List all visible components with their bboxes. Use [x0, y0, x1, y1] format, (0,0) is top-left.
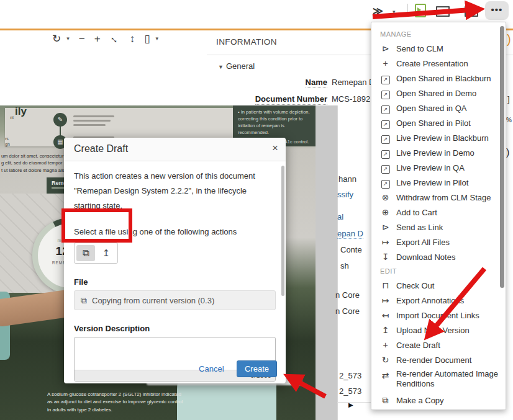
- information-title: INFORMATION: [216, 37, 277, 47]
- menu-item-label: Open Shared in Pilot: [396, 118, 471, 128]
- dialog-scrollbar[interactable]: [281, 166, 284, 296]
- preview-heading-fragment: ily: [15, 105, 27, 118]
- menu-item-re-render-document[interactable]: ↻Re-render Document: [371, 352, 506, 367]
- menu-item-open-shared-in-blackburn[interactable]: ↗Open Shared in Blackburn: [371, 71, 506, 86]
- zoom-in-icon[interactable]: +: [94, 34, 101, 44]
- external-link-icon: ↗: [380, 146, 391, 159]
- external-link-icon: ↗: [380, 72, 391, 84]
- menu-item-create-draft[interactable]: +Create Draft: [371, 337, 506, 352]
- external-link-icon: ↗: [380, 102, 391, 114]
- covered-text-fragment: al: [337, 212, 343, 221]
- menu-item-export-all-files[interactable]: ↦Export All Files: [371, 235, 506, 249]
- select-file-instruction: Select a file using one of the following…: [74, 227, 276, 236]
- upload-file-button[interactable]: ↥: [97, 245, 116, 261]
- field-value: MCS-1892: [332, 94, 370, 104]
- plus-icon: +: [380, 57, 391, 69]
- dialog-actions: Cancel Create: [64, 360, 286, 377]
- expand-icon[interactable]: ↔: [107, 31, 122, 46]
- external-link-icon: ↗: [380, 117, 391, 129]
- dialog-body: This action creates a new version of thi…: [64, 161, 286, 382]
- menu-item-label: Live Preview in Blackburn: [396, 133, 489, 143]
- rerender-auto-icon: ⇄: [380, 369, 391, 382]
- menu-item-upload-new-version[interactable]: ↥Upload New Version: [371, 323, 506, 337]
- lock-icon: ⊓: [380, 279, 391, 292]
- menu-item-open-shared-in-qa[interactable]: ↗Open Shared in QA: [371, 101, 506, 115]
- menu-item-live-preview-in-blackburn[interactable]: ↗Live Preview in Blackburn: [371, 130, 506, 145]
- workflow-caret-icon[interactable]: ▾: [393, 9, 396, 15]
- create-button[interactable]: Create: [237, 360, 277, 377]
- bookmark-icon[interactable]: [465, 6, 478, 17]
- export-file-icon: ↦: [380, 236, 391, 248]
- rotate-icon-caret[interactable]: ▾: [66, 36, 70, 42]
- menu-item-label: Send to CLM: [396, 44, 443, 53]
- menu-scrollbar[interactable]: [500, 26, 504, 288]
- menu-item-check-out[interactable]: ⊓Check Out: [371, 278, 506, 293]
- covered-text-fragment: ]: [507, 94, 510, 104]
- menu-item-label: Add to Cart: [396, 208, 437, 217]
- workflow-icon[interactable]: ≫: [373, 5, 383, 17]
- fit-height-icon[interactable]: ↕: [130, 34, 135, 44]
- menu-item-label: Create Presentation: [396, 59, 468, 68]
- menu-item-withdraw-from-clm-stage[interactable]: ⊗Withdraw from CLM Stage: [371, 190, 506, 205]
- more-actions-button[interactable]: •••: [485, 1, 509, 20]
- menu-item-label: Check Out: [396, 281, 434, 290]
- menu-section-manage: MANAGE: [371, 27, 506, 41]
- menu-item-export-annotations[interactable]: ↦Export Annotations: [371, 293, 506, 308]
- chevron-down-icon: ▼: [218, 64, 224, 70]
- menu-item-create-presentation[interactable]: +Create Presentation: [371, 56, 506, 71]
- clm-document-icon[interactable]: [415, 4, 426, 17]
- menu-item-open-shared-in-demo[interactable]: ↗Open Shared in Demo: [371, 86, 506, 101]
- timeline-label: nt: [10, 115, 14, 120]
- rotate-icon[interactable]: ↻: [52, 34, 61, 44]
- covered-text-fragment: ): [506, 147, 509, 158]
- send-icon: ⊳: [380, 221, 391, 233]
- menu-item-open-shared-in-pilot[interactable]: ↗Open Shared in Pilot: [371, 115, 506, 130]
- menu-item-label: Withdraw from CLM Stage: [396, 193, 491, 202]
- menu-item-label: Open Shared in Demo: [396, 89, 476, 98]
- covered-text-fragment: Conte: [340, 245, 362, 254]
- general-section-toggle[interactable]: ▼General: [218, 61, 255, 71]
- covered-text-fragment: %: [506, 117, 512, 123]
- external-link-icon: ↗: [380, 176, 391, 189]
- more-actions-menu: MANAGE⊳Send to CLM+Create Presentation↗O…: [371, 22, 506, 410]
- upload-icon: ↥: [380, 324, 391, 336]
- annotations-icon[interactable]: [436, 6, 450, 17]
- page-options-icon[interactable]: ▯: [144, 34, 150, 44]
- rerender-icon: ↻: [380, 354, 391, 366]
- menu-item-add-to-cart[interactable]: ⊕Add to Cart: [371, 205, 506, 220]
- covered-text-fragment: 2_573: [339, 386, 361, 396]
- copy-current-version-button[interactable]: ⧉: [76, 245, 95, 261]
- menu-item-live-preview-in-demo[interactable]: ↗Live Preview in Demo: [371, 145, 506, 160]
- preview-lorem-text: um dolor sit amet, consectetur g elit, s…: [1, 153, 72, 174]
- menu-item-label: Live Preview in Demo: [396, 148, 474, 158]
- external-link-icon: ↗: [380, 132, 391, 144]
- menu-item-label: Re-render Automated Image Renditions: [396, 369, 501, 389]
- covered-text-fragment: hann: [338, 174, 356, 184]
- menu-item-download-notes[interactable]: ↧Download Notes: [371, 249, 506, 264]
- send-icon: ⊳: [380, 42, 391, 55]
- menu-item-re-render-automated-image-renditions[interactable]: ⇄Re-render Automated Image Renditions: [371, 367, 506, 393]
- menu-item-label: Live Preview in Pilot: [396, 178, 468, 187]
- divider: [337, 402, 371, 403]
- upload-icon: ↥: [102, 248, 111, 259]
- field-value: Remepan D: [332, 78, 375, 87]
- zoom-out-icon[interactable]: −: [79, 34, 85, 44]
- dialog-title: Create Draft: [74, 143, 128, 154]
- file-source-toggle: ⧉ ↥: [74, 243, 118, 264]
- menu-item-live-preview-in-pilot[interactable]: ↗Live Preview in Pilot: [371, 175, 506, 190]
- menu-item-send-as-link[interactable]: ⊳Send as Link: [371, 220, 506, 235]
- close-icon[interactable]: ×: [272, 142, 278, 154]
- divider: [337, 105, 338, 420]
- field-label: Document Number: [207, 94, 327, 104]
- cancel-button[interactable]: Cancel: [199, 364, 224, 373]
- page-options-icon-caret[interactable]: ▾: [156, 36, 159, 42]
- menu-item-label: Make a Copy: [396, 396, 444, 405]
- menu-item-import-document-links[interactable]: ↤Import Document Links: [371, 308, 506, 323]
- menu-item-make-a-copy[interactable]: ⧉Make a Copy: [371, 393, 506, 408]
- dialog-description: This action creates a new version of thi…: [74, 169, 274, 213]
- menu-item-live-preview-in-qa[interactable]: ↗Live Preview in QA: [371, 160, 506, 175]
- menu-item-send-to-clm[interactable]: ⊳Send to CLM: [371, 41, 506, 56]
- covered-text-fragment: ▶: [348, 401, 353, 408]
- covered-text-fragment: epan D: [337, 229, 363, 239]
- app-window: ≫ ▾ ••• ↻▾−+↔↕▯▾ INFORMATION ▼General Na…: [0, 0, 513, 420]
